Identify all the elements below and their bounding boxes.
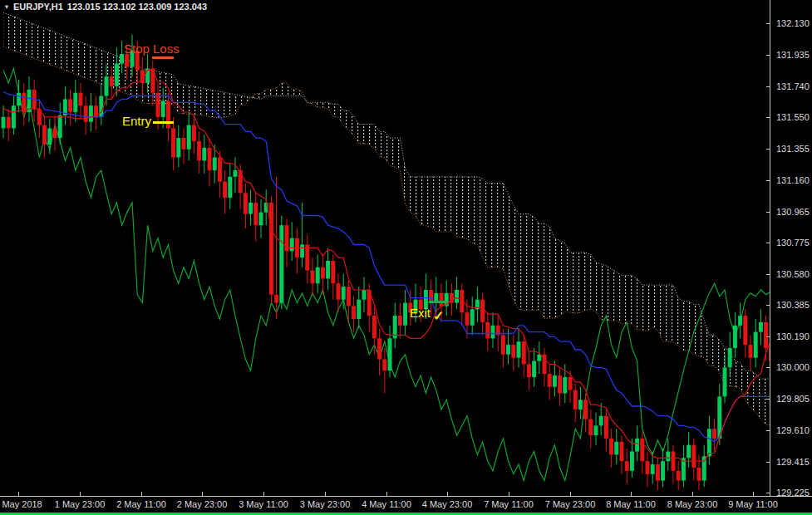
price-axis-label: 130.000 bbox=[776, 362, 810, 372]
time-axis-label: 1 May 2018 bbox=[0, 499, 42, 509]
price-axis-tick bbox=[766, 55, 770, 56]
time-axis-label: 3 May 11:00 bbox=[239, 499, 288, 509]
price-axis-label: 130.775 bbox=[776, 238, 810, 248]
stop-loss-line bbox=[152, 56, 174, 59]
price-axis-tick bbox=[766, 336, 770, 337]
price-axis-label: 131.355 bbox=[776, 144, 810, 154]
price-axis-tick bbox=[766, 86, 770, 87]
price-axis-label: 131.935 bbox=[776, 50, 810, 60]
time-axis-tick bbox=[692, 492, 693, 496]
chart-canvas[interactable] bbox=[0, 0, 770, 496]
price-axis-tick bbox=[766, 430, 770, 431]
price-axis-label: 131.550 bbox=[776, 112, 810, 122]
time-axis[interactable]: 1 May 20181 May 23:002 May 11:002 May 23… bbox=[0, 496, 812, 513]
time-axis-tick bbox=[509, 492, 509, 496]
time-axis-tick bbox=[570, 492, 571, 496]
time-axis-label: 7 May 11:00 bbox=[484, 499, 534, 509]
price-axis-tick bbox=[766, 180, 770, 181]
ohlc-values: 123.015 123.102 123.009 123.043 bbox=[67, 2, 207, 12]
price-axis-label: 129.415 bbox=[776, 457, 810, 467]
price-axis-tick bbox=[766, 462, 770, 463]
time-axis-tick bbox=[18, 492, 19, 496]
time-axis-label: 4 May 23:00 bbox=[422, 499, 473, 509]
time-axis-tick bbox=[753, 492, 754, 496]
time-axis-tick bbox=[202, 492, 203, 496]
time-axis-label: 8 May 23:00 bbox=[667, 499, 718, 509]
price-axis-label: 130.190 bbox=[776, 331, 810, 341]
time-axis-label: 2 May 11:00 bbox=[116, 499, 166, 509]
time-axis-label: 7 May 23:00 bbox=[545, 499, 596, 509]
time-axis-label: 3 May 23:00 bbox=[300, 499, 351, 509]
chart-title: ▼EURJPY,H1123.015 123.102 123.009 123.04… bbox=[3, 2, 207, 12]
price-axis-tick bbox=[766, 23, 770, 24]
time-axis-tick bbox=[325, 492, 326, 496]
collapse-chevron-icon[interactable]: ▼ bbox=[3, 2, 10, 12]
price-axis-tick bbox=[766, 243, 770, 243]
price-axis-tick bbox=[766, 149, 770, 150]
exit-line bbox=[429, 301, 447, 303]
price-axis-tick bbox=[766, 305, 770, 306]
exit-check-icon: ✓ bbox=[433, 308, 444, 324]
time-axis-label: 8 May 11:00 bbox=[606, 499, 656, 509]
price-axis-label: 132.130 bbox=[776, 18, 810, 28]
chart-window: ▼EURJPY,H1123.015 123.102 123.009 123.04… bbox=[0, 0, 812, 515]
stop-loss-label: Stop Loss bbox=[124, 42, 180, 56]
entry-label: Entry bbox=[122, 114, 151, 128]
price-axis-tick bbox=[766, 399, 770, 400]
price-axis-label: 129.610 bbox=[776, 425, 810, 435]
price-axis-label: 131.740 bbox=[776, 81, 810, 91]
price-axis-label: 129.805 bbox=[776, 394, 810, 404]
time-axis-label: 9 May 11:00 bbox=[728, 499, 778, 509]
price-axis-tick bbox=[766, 212, 770, 213]
price-axis-label: 130.385 bbox=[776, 300, 810, 310]
price-axis-label: 130.580 bbox=[776, 269, 810, 279]
exit-label: Exit bbox=[410, 306, 431, 320]
time-axis-label: 2 May 23:00 bbox=[177, 499, 228, 509]
time-axis-tick bbox=[631, 492, 632, 496]
time-axis-label: 1 May 23:00 bbox=[55, 499, 106, 509]
price-axis-label: 131.160 bbox=[776, 175, 810, 185]
symbol-timeframe-label: EURJPY,H1 bbox=[13, 2, 63, 12]
time-axis-label: 4 May 11:00 bbox=[362, 499, 411, 509]
time-axis-tick bbox=[447, 492, 448, 496]
price-axis-tick bbox=[766, 117, 770, 118]
price-axis[interactable]: 132.130131.935131.740131.550131.355131.1… bbox=[770, 0, 812, 496]
time-axis-tick bbox=[263, 492, 264, 496]
entry-line bbox=[153, 121, 174, 124]
price-axis-tick bbox=[766, 274, 770, 275]
price-axis-label: 130.965 bbox=[776, 207, 810, 217]
time-axis-tick bbox=[386, 492, 387, 496]
time-axis-tick bbox=[141, 492, 142, 496]
price-axis-tick bbox=[766, 493, 770, 493]
time-axis-tick bbox=[80, 492, 81, 496]
price-axis-tick bbox=[766, 367, 770, 368]
